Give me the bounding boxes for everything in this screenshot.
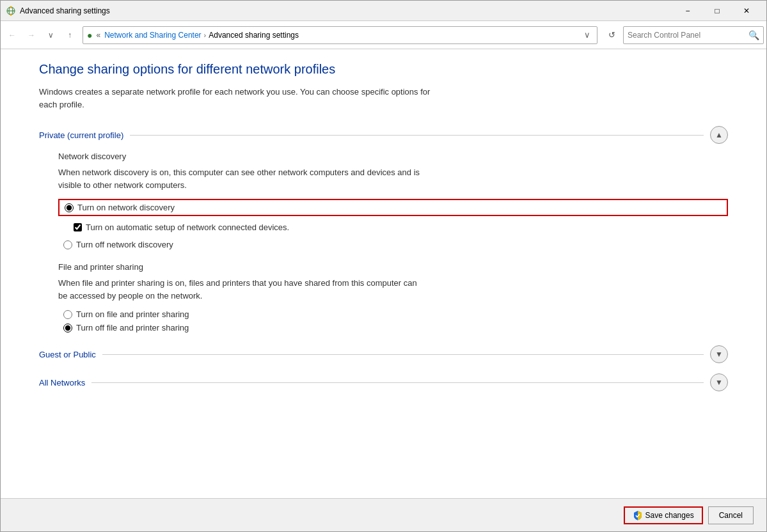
all-networks-section-line: [91, 382, 704, 383]
breadcrumb-network-icon: ●: [87, 30, 92, 40]
private-section-line: [130, 135, 704, 136]
breadcrumb-current-page: Advanced sharing settings: [209, 31, 299, 40]
network-discovery-subsection: Network discovery When network discovery…: [58, 152, 728, 249]
turn-on-file-sharing-radio[interactable]: [63, 310, 72, 319]
search-box[interactable]: 🔍: [623, 26, 764, 44]
forward-button[interactable]: →: [22, 26, 40, 44]
title-bar-icon: [6, 6, 16, 16]
all-networks-section-toggle[interactable]: ▼: [710, 373, 728, 391]
turn-on-file-sharing-label[interactable]: Turn on file and printer sharing: [76, 309, 189, 319]
maximize-button[interactable]: □: [702, 1, 732, 21]
title-bar-controls: − □ ✕: [673, 1, 761, 21]
up-button[interactable]: ↑: [61, 26, 79, 44]
guest-section-line: [102, 354, 704, 355]
uac-shield-icon: [633, 510, 643, 520]
breadcrumb-network-center-link[interactable]: Network and Sharing Center: [104, 31, 201, 40]
turn-on-discovery-label[interactable]: Turn on network discovery: [77, 203, 175, 212]
file-printer-description: When file and printer sharing is on, fil…: [58, 277, 728, 302]
turn-off-file-sharing-radio[interactable]: [63, 324, 72, 332]
description-line1: Windows creates a separate network profi…: [39, 87, 430, 97]
window-title: Advanced sharing settings: [20, 6, 673, 15]
save-label: Save changes: [645, 511, 694, 520]
svg-point-4: [10, 13, 12, 15]
window: Advanced sharing settings − □ ✕ ← → ∨ ↑ …: [0, 0, 767, 532]
turn-off-file-sharing-option: Turn off file and printer sharing: [63, 323, 728, 332]
content-area: Change sharing options for different net…: [1, 49, 766, 498]
bottom-bar: Save changes Cancel: [1, 498, 766, 531]
turn-off-file-sharing-label[interactable]: Turn off file and printer sharing: [76, 323, 189, 332]
address-dropdown-icon[interactable]: ∨: [581, 30, 593, 40]
page-description: Windows creates a separate network profi…: [39, 86, 728, 111]
private-section-toggle[interactable]: ▲: [710, 126, 728, 144]
save-changes-button[interactable]: Save changes: [624, 506, 703, 524]
file-printer-title: File and printer sharing: [58, 262, 728, 272]
minimize-button[interactable]: −: [673, 1, 702, 21]
breadcrumb: ● « Network and Sharing Center › Advance…: [87, 30, 581, 40]
turn-on-discovery-option: Turn on network discovery: [58, 199, 728, 216]
file-printer-subsection: File and printer sharing When file and p…: [58, 262, 728, 332]
title-bar: Advanced sharing settings − □ ✕: [1, 1, 766, 21]
turn-off-discovery-option: Turn off network discovery: [63, 240, 728, 249]
description-line2: each profile.: [39, 100, 84, 109]
turn-off-discovery-label[interactable]: Turn off network discovery: [76, 240, 173, 249]
fp-desc-part1: When file and printer sharing is on, fil…: [58, 278, 417, 288]
close-button[interactable]: ✕: [732, 1, 761, 21]
network-discovery-title: Network discovery: [58, 152, 728, 161]
search-input[interactable]: [628, 31, 748, 40]
cancel-button[interactable]: Cancel: [708, 506, 754, 524]
nd-desc-part1: When network discovery is on, this compu…: [58, 168, 420, 177]
file-printer-radio-group: Turn on file and printer sharing Turn of…: [58, 309, 728, 332]
turn-on-discovery-radio[interactable]: [65, 203, 74, 212]
dropdown-recent-button[interactable]: ∨: [42, 26, 59, 44]
svg-point-3: [10, 6, 12, 8]
nd-desc-part2: visible to other network computers.: [58, 180, 187, 190]
auto-setup-option: Turn on automatic setup of network conne…: [74, 223, 728, 232]
guest-section-header: Guest or Public ▼: [39, 345, 728, 363]
search-icon[interactable]: 🔍: [748, 30, 759, 40]
back-button[interactable]: ←: [3, 26, 21, 44]
network-discovery-description: When network discovery is on, this compu…: [58, 166, 728, 191]
turn-on-file-sharing-option: Turn on file and printer sharing: [63, 309, 728, 319]
guest-section-toggle[interactable]: ▼: [710, 345, 728, 363]
private-section-title: Private (current profile): [39, 130, 123, 140]
network-discovery-radio-group: Turn on network discovery Turn on automa…: [58, 199, 728, 249]
breadcrumb-double-arrow: «: [96, 31, 100, 40]
auto-setup-checkbox[interactable]: [74, 223, 82, 231]
breadcrumb-separator: ›: [204, 31, 207, 39]
private-section-header: Private (current profile) ▲: [39, 126, 728, 144]
refresh-button[interactable]: ↺: [603, 26, 621, 44]
address-bar[interactable]: ● « Network and Sharing Center › Advance…: [83, 26, 597, 44]
turn-off-discovery-radio[interactable]: [63, 240, 72, 249]
all-networks-section-header: All Networks ▼: [39, 373, 728, 391]
nav-bar: ← → ∨ ↑ ● « Network and Sharing Center ›…: [1, 21, 766, 49]
all-networks-section-title: All Networks: [39, 378, 85, 387]
auto-setup-label[interactable]: Turn on automatic setup of network conne…: [86, 223, 289, 232]
guest-section-title: Guest or Public: [39, 350, 96, 359]
fp-desc-part2: be accessed by people on the network.: [58, 291, 202, 301]
page-title: Change sharing options for different net…: [39, 62, 728, 77]
